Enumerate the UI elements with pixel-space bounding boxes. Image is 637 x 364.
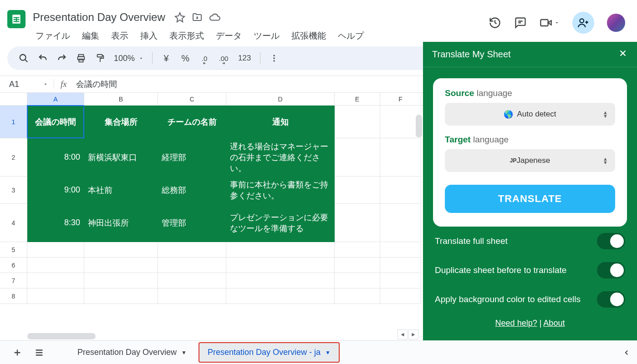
col-header-A[interactable]: A — [27, 93, 84, 105]
duplicate-toggle[interactable] — [597, 262, 625, 278]
sheet-tab-2[interactable]: Presentation Day Overview - ja▼ — [199, 342, 340, 363]
cell-B2[interactable]: 新横浜駅東口 — [84, 138, 158, 177]
cell-F2[interactable] — [380, 138, 421, 177]
cell[interactable] — [380, 273, 421, 288]
horizontal-scrollbar[interactable] — [27, 333, 96, 339]
cell[interactable] — [84, 242, 158, 258]
scroll-right-icon[interactable]: ► — [408, 329, 418, 339]
cell-D3[interactable]: 事前に本社から書類をご持参ください。 — [226, 177, 335, 204]
more-tools-icon[interactable] — [266, 50, 282, 66]
source-lang-select[interactable]: 🌎 Auto detect ▲▼ — [445, 103, 615, 126]
cell[interactable] — [380, 242, 421, 258]
decrease-decimal-icon[interactable]: .0 — [196, 50, 213, 66]
cell[interactable] — [27, 258, 84, 273]
cell-A2[interactable]: 8:00 — [27, 138, 84, 177]
row-header[interactable]: 8 — [0, 288, 27, 304]
redo-icon[interactable] — [54, 50, 70, 66]
menu-help[interactable]: ヘルプ — [332, 28, 369, 44]
select-all-corner[interactable] — [0, 93, 27, 105]
row-header[interactable]: 4 — [0, 204, 27, 242]
cell-F3[interactable] — [380, 177, 421, 204]
cell-D2[interactable]: 遅れる場合はマネージャーの石井までご連絡ください。 — [226, 138, 335, 177]
search-icon[interactable] — [15, 50, 32, 66]
cell-C3[interactable]: 総務部 — [158, 177, 226, 204]
menu-view[interactable]: 表示 — [106, 28, 134, 44]
cell[interactable] — [335, 242, 380, 258]
percent-button[interactable]: % — [177, 50, 194, 66]
cell[interactable] — [84, 288, 158, 304]
cell-B3[interactable]: 本社前 — [84, 177, 158, 204]
increase-decimal-icon[interactable]: .00 — [215, 50, 232, 66]
cell-C4[interactable]: 管理部 — [158, 204, 226, 242]
cell[interactable] — [27, 273, 84, 288]
sheets-logo[interactable] — [7, 10, 25, 28]
star-icon[interactable] — [174, 12, 185, 23]
sheet-tab-1[interactable]: Presentation Day Overview▼ — [69, 343, 195, 362]
row-header[interactable]: 5 — [0, 242, 27, 258]
menu-insert[interactable]: 挿入 — [135, 28, 163, 44]
row-header[interactable]: 7 — [0, 273, 27, 288]
cell-A1[interactable]: 会議の時間 — [27, 106, 84, 138]
account-avatar[interactable] — [607, 14, 625, 32]
cell-B4[interactable]: 神田出張所 — [84, 204, 158, 242]
formula-input[interactable]: 会議の時間 — [73, 79, 117, 90]
chevron-down-icon[interactable]: ▼ — [325, 349, 331, 356]
cell[interactable] — [226, 242, 335, 258]
cell[interactable] — [380, 258, 421, 273]
cell-E3[interactable] — [335, 177, 380, 204]
cell[interactable] — [226, 288, 335, 304]
chevron-down-icon[interactable]: ▼ — [181, 349, 187, 356]
document-title[interactable]: Presentation Day Overview — [30, 10, 168, 25]
row-header[interactable]: 1 — [0, 106, 27, 138]
move-to-folder-icon[interactable] — [192, 12, 203, 23]
col-header-D[interactable]: D — [226, 93, 335, 105]
col-header-F[interactable]: F — [380, 93, 421, 105]
cell[interactable] — [84, 258, 158, 273]
comments-icon[interactable] — [514, 16, 527, 29]
cell-B1[interactable]: 集合場所 — [84, 106, 158, 138]
target-lang-select[interactable]: JP Japenese ▲▼ — [445, 149, 615, 172]
row-header[interactable]: 6 — [0, 258, 27, 273]
print-icon[interactable] — [73, 50, 89, 66]
help-link[interactable]: Need help? — [495, 318, 537, 328]
cell-F4[interactable] — [380, 204, 421, 242]
zoom-select[interactable]: 100% — [111, 54, 147, 63]
cell-C2[interactable]: 経理部 — [158, 138, 226, 177]
currency-button[interactable]: ¥ — [158, 50, 174, 66]
add-sheet-button[interactable] — [8, 344, 26, 362]
cloud-status-icon[interactable] — [209, 11, 221, 23]
cell-A4[interactable]: 8:30 — [27, 204, 84, 242]
cell[interactable] — [335, 273, 380, 288]
cell[interactable] — [158, 242, 226, 258]
paint-format-icon[interactable] — [92, 50, 108, 66]
cell-D1[interactable]: 通知 — [226, 106, 335, 138]
history-icon[interactable] — [489, 16, 501, 29]
undo-icon[interactable] — [35, 50, 51, 66]
cell[interactable] — [226, 273, 335, 288]
number-format-button[interactable]: 123 — [234, 50, 255, 66]
cell[interactable] — [380, 288, 421, 304]
col-header-B[interactable]: B — [84, 93, 158, 105]
cell-E4[interactable] — [335, 204, 380, 242]
cell-D4[interactable]: プレゼンテーションに必要なツールを準備する — [226, 204, 335, 242]
translate-button[interactable]: TRANSLATE — [445, 185, 615, 213]
cell-E2[interactable] — [335, 138, 380, 177]
cell[interactable] — [84, 273, 158, 288]
full-sheet-toggle[interactable] — [597, 233, 625, 249]
about-link[interactable]: About — [543, 318, 565, 328]
menu-format[interactable]: 表示形式 — [164, 28, 209, 44]
close-icon[interactable] — [618, 48, 628, 61]
cell[interactable] — [335, 258, 380, 273]
cell[interactable] — [335, 288, 380, 304]
menu-tools[interactable]: ツール — [248, 28, 285, 44]
bgcolor-toggle[interactable] — [597, 291, 625, 308]
hide-sidepanel-icon[interactable] — [622, 349, 631, 359]
cell-E1[interactable] — [335, 106, 380, 138]
menu-data[interactable]: データ — [210, 28, 247, 44]
all-sheets-button[interactable] — [30, 344, 48, 362]
menu-file[interactable]: ファイル — [30, 28, 76, 44]
cell-F1[interactable] — [380, 106, 421, 138]
cell-A3[interactable]: 9:00 — [27, 177, 84, 204]
row-header[interactable]: 3 — [0, 177, 27, 204]
cell[interactable] — [27, 242, 84, 258]
